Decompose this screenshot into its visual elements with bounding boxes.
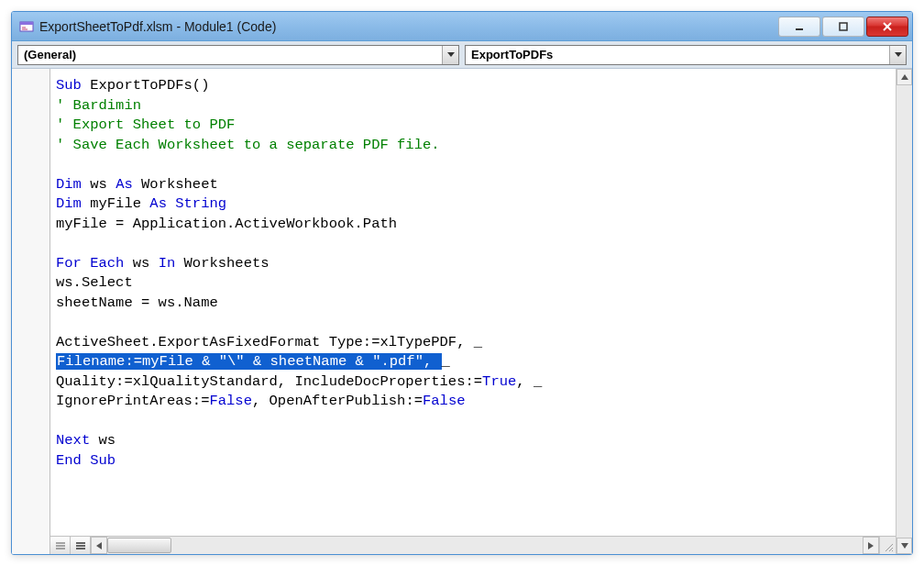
resize-grip[interactable] bbox=[879, 537, 896, 554]
editor-area: Sub ExportToPDFs() ' Bardimin ' Export S… bbox=[12, 69, 912, 554]
chevron-down-icon bbox=[889, 46, 906, 64]
chevron-down-icon bbox=[442, 46, 458, 64]
code-token: Dim bbox=[56, 195, 82, 212]
procedure-dropdown[interactable]: ExportToPDFs bbox=[465, 45, 907, 65]
code-comment: ' Bardimin bbox=[56, 97, 141, 114]
code-comment: ' Save Each Worksheet to a separate PDF … bbox=[56, 137, 440, 153]
svg-marker-22 bbox=[901, 543, 908, 549]
code-token: , OpenAfterPublish:= bbox=[252, 393, 423, 409]
code-token: , _ bbox=[516, 373, 542, 390]
code-token: ActiveSheet.ExportAsFixedFormat Type:=xl… bbox=[56, 334, 482, 350]
code-body[interactable]: Sub ExportToPDFs() ' Bardimin ' Export S… bbox=[50, 69, 896, 536]
svg-rect-5 bbox=[840, 23, 847, 30]
code-token: True bbox=[482, 373, 516, 390]
full-module-view-button[interactable] bbox=[71, 537, 91, 554]
code-comment: ' Export Sheet to PDF bbox=[56, 117, 235, 133]
svg-line-18 bbox=[886, 544, 893, 551]
svg-marker-17 bbox=[868, 542, 874, 549]
window-controls bbox=[778, 17, 908, 37]
code-token: Worksheet bbox=[133, 176, 218, 193]
code-token: myFile bbox=[82, 195, 149, 212]
code-selection: Filename:=myFile & "\" & sheetName & ".p… bbox=[56, 353, 442, 370]
object-dropdown-value: (General) bbox=[24, 48, 76, 61]
code-token: Quality:=xlQualityStandard, IncludeDocPr… bbox=[56, 373, 482, 390]
svg-marker-9 bbox=[895, 52, 902, 57]
code-gutter bbox=[12, 69, 50, 554]
window-title: ExportSheetToPdf.xlsm - Module1 (Code) bbox=[39, 19, 778, 34]
code-token: False bbox=[423, 393, 466, 409]
horizontal-scrollbar[interactable] bbox=[91, 537, 879, 554]
code-token: For Each bbox=[56, 255, 124, 272]
procedure-view-button[interactable] bbox=[50, 537, 71, 554]
code-token: Sub bbox=[56, 77, 82, 94]
scrollbar-thumb[interactable] bbox=[107, 538, 171, 553]
bottom-bar bbox=[50, 536, 896, 554]
minimize-button[interactable] bbox=[778, 17, 820, 37]
svg-marker-8 bbox=[447, 52, 455, 57]
maximize-button[interactable] bbox=[822, 17, 864, 37]
scroll-down-icon[interactable] bbox=[896, 538, 912, 554]
code-token: False bbox=[209, 393, 252, 409]
code-token: As String bbox=[149, 195, 226, 212]
code-token: myFile = Application.ActiveWorkbook.Path bbox=[56, 216, 397, 232]
svg-rect-1 bbox=[20, 22, 33, 25]
code-token: In bbox=[159, 255, 176, 272]
toolbar: (General) ExportToPDFs bbox=[12, 41, 912, 69]
code-token: ws.Select bbox=[56, 274, 133, 291]
code-token: sheetName = ws.Name bbox=[56, 294, 218, 311]
code-token: ws bbox=[82, 176, 116, 193]
object-dropdown[interactable]: (General) bbox=[17, 45, 459, 65]
titlebar[interactable]: ExportSheetToPdf.xlsm - Module1 (Code) bbox=[12, 12, 912, 41]
scroll-up-icon[interactable] bbox=[896, 69, 912, 85]
scroll-left-icon[interactable] bbox=[91, 537, 107, 554]
code-token: Dim bbox=[56, 176, 82, 193]
close-button[interactable] bbox=[866, 17, 908, 37]
code-token: ExportToPDFs() bbox=[82, 77, 210, 94]
scroll-right-icon[interactable] bbox=[863, 537, 879, 554]
vba-code-window: ExportSheetToPdf.xlsm - Module1 (Code) (… bbox=[11, 11, 913, 555]
code-token: _ bbox=[442, 353, 450, 370]
svg-marker-21 bbox=[901, 74, 908, 80]
code-token: Worksheets bbox=[175, 255, 269, 272]
code-scroll: Sub ExportToPDFs() ' Bardimin ' Export S… bbox=[50, 69, 896, 554]
code-token: Next bbox=[56, 432, 90, 449]
module-icon bbox=[19, 19, 34, 34]
code-token: End Sub bbox=[56, 452, 116, 469]
code-token: ws bbox=[90, 432, 116, 449]
code-token: IgnorePrintAreas:= bbox=[56, 393, 209, 409]
svg-line-20 bbox=[892, 550, 893, 551]
svg-marker-16 bbox=[96, 542, 102, 549]
code-token: ws bbox=[124, 255, 158, 272]
procedure-dropdown-value: ExportToPDFs bbox=[471, 48, 553, 61]
vertical-scrollbar[interactable] bbox=[896, 69, 912, 554]
code-token: As bbox=[116, 176, 133, 193]
